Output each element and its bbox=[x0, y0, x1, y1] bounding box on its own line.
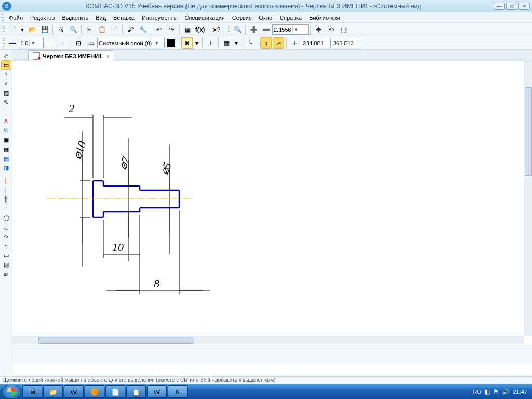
chain-tool[interactable]: ⎍ bbox=[1, 204, 11, 213]
taskbar-item-4[interactable]: 🟠 bbox=[85, 385, 104, 398]
grid-button[interactable]: ▦ bbox=[221, 37, 232, 49]
cut-button[interactable]: ✂ bbox=[84, 24, 95, 35]
zoom-dropdown-icon[interactable]: ▾ bbox=[292, 26, 300, 33]
tray-icon-2[interactable]: ⚑ bbox=[493, 388, 499, 395]
copy-button[interactable]: 📋 bbox=[96, 24, 108, 35]
zoom-out-button[interactable]: ➖ bbox=[260, 24, 272, 35]
snap-toggle-1[interactable]: ↕ bbox=[260, 37, 272, 49]
menu-editor[interactable]: Редактор bbox=[26, 14, 58, 22]
taskbar-item-2[interactable]: 📁 bbox=[43, 385, 63, 398]
menubar-grip[interactable] bbox=[2, 14, 4, 21]
coord-y-field[interactable]: 368.513 bbox=[331, 38, 361, 48]
stop-dropdown[interactable]: ▾ bbox=[194, 37, 200, 49]
minimize-button[interactable]: — bbox=[494, 3, 505, 10]
taskbar-item-3[interactable]: W bbox=[64, 385, 84, 398]
tray-icon-1[interactable]: ◧ bbox=[484, 388, 490, 395]
edit-tool[interactable]: ✎ bbox=[1, 98, 11, 107]
arc-tool[interactable]: ◡ bbox=[1, 222, 11, 232]
aux-perp-tool[interactable]: ╂ bbox=[1, 194, 11, 204]
maximize-button[interactable]: ▭ bbox=[506, 3, 517, 10]
views-tool[interactable]: ▣ bbox=[1, 135, 11, 144]
symbols-tool[interactable]: ₮ bbox=[1, 79, 11, 88]
save-button[interactable]: 💾 bbox=[39, 24, 50, 35]
manager-button[interactable]: ▦ bbox=[182, 24, 193, 35]
dimensions-tool[interactable]: ⟟ bbox=[1, 70, 11, 79]
start-button[interactable] bbox=[2, 385, 21, 398]
menu-select[interactable]: Выделить bbox=[58, 14, 92, 22]
taskbar-item-6[interactable]: 📋 bbox=[126, 385, 146, 398]
snap-toggle-2[interactable]: ↗ bbox=[273, 37, 284, 49]
offset-tool[interactable]: ⎄ bbox=[1, 269, 11, 278]
color-a-button[interactable] bbox=[44, 37, 56, 49]
stop-button[interactable]: ✖ bbox=[181, 37, 193, 49]
horizontal-scrollbar[interactable] bbox=[12, 336, 524, 344]
vertical-scrollbar[interactable] bbox=[524, 61, 532, 336]
print-button[interactable]: 🖨 bbox=[55, 24, 66, 35]
tray-lang[interactable]: RU bbox=[473, 389, 482, 395]
zoom-in-button[interactable]: ➕ bbox=[248, 24, 259, 35]
taskbar-item-word[interactable]: W bbox=[147, 385, 167, 398]
toolbar-grip-2[interactable] bbox=[228, 25, 230, 34]
hscroll-thumb[interactable] bbox=[38, 337, 194, 344]
circle-tool[interactable]: ◯ bbox=[1, 213, 11, 222]
aux-line-tool[interactable]: ┤ bbox=[1, 185, 11, 194]
layer-dropdown-icon[interactable]: ▾ bbox=[153, 39, 160, 46]
copy-props-button[interactable]: 🖌 bbox=[125, 24, 136, 35]
layer-color-button[interactable] bbox=[165, 37, 177, 49]
spec-tool[interactable]: ½ bbox=[1, 126, 11, 135]
snap-hline-tool[interactable]: │ bbox=[1, 176, 11, 185]
vscroll-thumb[interactable] bbox=[525, 87, 532, 176]
toolbar-grip[interactable] bbox=[3, 25, 5, 34]
spline-tool[interactable]: ∿ bbox=[1, 232, 11, 241]
line-width-dropdown-icon[interactable]: ▾ bbox=[29, 39, 36, 46]
variables-button[interactable]: f(x) bbox=[194, 24, 206, 35]
document-tab-close[interactable]: × bbox=[106, 53, 109, 59]
paste-button[interactable]: 📄 bbox=[109, 24, 120, 35]
print-preview-button[interactable]: 🔍 bbox=[68, 24, 79, 35]
line-style-opt2[interactable]: ⊡ bbox=[73, 37, 84, 49]
snap-style-button[interactable]: ⊥ bbox=[205, 37, 216, 49]
drawing-canvas[interactable]: 2 ⌀10 ⌀7 ⌀5 10 8 bbox=[12, 61, 524, 336]
geometry-panel-button[interactable]: ◇ bbox=[1, 51, 11, 60]
autoline-tool[interactable]: ~ bbox=[1, 241, 11, 250]
help-cursor-button[interactable]: ➤? bbox=[210, 24, 222, 35]
menu-window[interactable]: Окно bbox=[255, 14, 276, 22]
line-width-combo[interactable]: 1.0 ▾ bbox=[19, 38, 44, 48]
taskbar-item-kompas[interactable]: К bbox=[168, 385, 188, 398]
menu-libraries[interactable]: Библиотеки bbox=[305, 14, 344, 22]
pan-button[interactable]: ✥ bbox=[313, 24, 324, 35]
tables-tool[interactable]: ▦ bbox=[1, 144, 11, 154]
menu-file[interactable]: Файл bbox=[5, 14, 26, 22]
new-dropdown[interactable]: ▾ bbox=[19, 24, 25, 35]
redo-button[interactable]: ↷ bbox=[166, 24, 177, 35]
grid-dropdown[interactable]: ▾ bbox=[233, 37, 240, 49]
document-tab[interactable]: Чертеж БЕЗ ИМЕНИ1 × bbox=[28, 50, 114, 61]
measure-tool[interactable]: A bbox=[1, 116, 11, 126]
coord-x-field[interactable]: 234.081 bbox=[301, 38, 331, 48]
insert-tool[interactable]: ◨ bbox=[1, 163, 11, 172]
redraw-button[interactable]: ⬚ bbox=[338, 24, 349, 35]
taskbar-item-5[interactable]: 📄 bbox=[105, 385, 125, 398]
reports-tool[interactable]: ▤ bbox=[1, 154, 11, 163]
point-tool[interactable]: ▭ bbox=[1, 250, 11, 260]
menu-specification[interactable]: Спецификация bbox=[181, 14, 229, 22]
ortho-button[interactable]: └ bbox=[244, 37, 256, 49]
zoom-fit-button[interactable]: 🔍 bbox=[232, 24, 243, 35]
menu-help[interactable]: Справка bbox=[276, 14, 305, 22]
menu-service[interactable]: Сервис bbox=[229, 14, 256, 22]
open-button[interactable]: 📂 bbox=[26, 24, 38, 35]
hatch-tool[interactable]: ▨ bbox=[1, 88, 11, 98]
menu-insert[interactable]: Вставка bbox=[110, 14, 138, 22]
menu-tools[interactable]: Инструменты bbox=[138, 14, 181, 22]
layer-combo[interactable]: Системный слой (0) ▾ bbox=[97, 38, 165, 48]
line-style-opt1[interactable]: ═ bbox=[60, 37, 72, 49]
toolbar-grip-3[interactable] bbox=[3, 38, 5, 48]
tray-clock[interactable]: 21:47 bbox=[513, 389, 527, 395]
close-button[interactable]: ✕ bbox=[518, 3, 530, 10]
params-tool[interactable]: ≡ bbox=[1, 107, 11, 116]
zoom-combo[interactable]: 2.1556 ▾ bbox=[272, 24, 309, 35]
properties-button[interactable]: 🔧 bbox=[137, 24, 149, 35]
rotate-view-button[interactable]: ⟲ bbox=[325, 24, 337, 35]
tray-volume-icon[interactable]: 🔊 bbox=[502, 388, 510, 395]
new-button[interactable]: 📄 bbox=[7, 24, 18, 35]
